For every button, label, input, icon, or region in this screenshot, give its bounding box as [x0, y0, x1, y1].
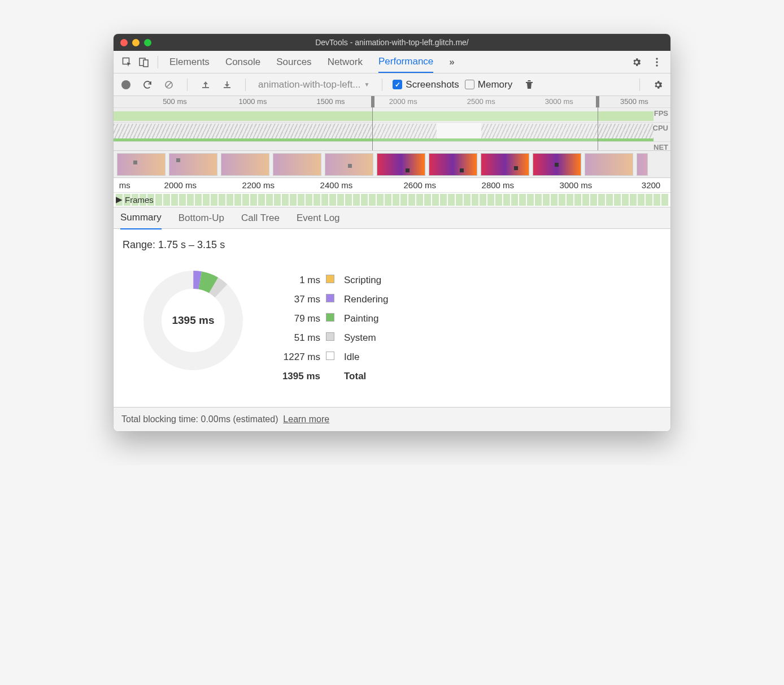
frames-label: Frames — [125, 195, 154, 205]
checkbox-unchecked-icon — [465, 80, 474, 89]
window-title: DevTools - animation-with-top-left.glitc… — [114, 38, 670, 47]
detail-tab-bottom-up[interactable]: Bottom-Up — [178, 207, 224, 229]
screenshots-label: Screenshots — [406, 79, 459, 90]
record-button[interactable] — [118, 77, 134, 93]
screenshot-thumb[interactable] — [377, 153, 425, 176]
titlebar[interactable]: DevTools - animation-with-top-left.glitc… — [114, 34, 670, 51]
capture-settings-gear-icon[interactable] — [650, 77, 666, 93]
tab-network[interactable]: Network — [328, 52, 363, 72]
disclosure-triangle-icon: ▶ — [116, 194, 123, 205]
tick-label: 3000 ms — [560, 180, 593, 190]
selection-handle-left[interactable] — [371, 96, 374, 107]
svg-point-5 — [656, 64, 657, 66]
blocking-time-footer: Total blocking time: 0.00ms (estimated) … — [114, 407, 670, 431]
devtools-main-tabs: Elements Console Sources Network Perform… — [114, 51, 670, 73]
tick-label: 1500 ms — [317, 97, 345, 106]
screenshot-thumb[interactable] — [273, 153, 321, 176]
legend-row-scripting: 1 ms Scripting — [281, 275, 388, 286]
traffic-lights — [120, 39, 151, 46]
window-minimize-button[interactable] — [132, 39, 140, 46]
screenshot-thumb[interactable] — [637, 153, 648, 176]
screenshot-thumb[interactable] — [533, 153, 581, 176]
screenshot-thumb[interactable] — [325, 153, 373, 176]
screenshot-thumb[interactable] — [481, 153, 529, 176]
save-profile-icon[interactable] — [219, 77, 235, 93]
net-lane-label: NET — [654, 143, 668, 151]
dropdown-triangle-icon: ▼ — [364, 81, 369, 88]
blocking-time-label: Total blocking time: — [121, 414, 201, 424]
tick-label: 500 ms — [163, 97, 187, 106]
tick-label: 3200 — [642, 180, 660, 190]
collect-garbage-icon[interactable] — [521, 77, 537, 93]
tab-performance[interactable]: Performance — [378, 51, 433, 73]
swatch-scripting — [326, 275, 334, 283]
screenshots-filmstrip[interactable] — [114, 151, 670, 178]
blocking-time-value: 0.00ms (estimated) — [201, 414, 278, 424]
detail-tabs: Summary Bottom-Up Call Tree Event Log — [114, 207, 670, 229]
memory-label: Memory — [478, 79, 512, 90]
tick-label: 2800 ms — [482, 180, 515, 190]
legend-row-total: 1395 ms Total — [281, 371, 388, 382]
tick-label: 2600 ms — [404, 180, 437, 190]
screenshot-thumb[interactable] — [585, 153, 633, 176]
tabs-overflow-button[interactable]: » — [449, 52, 454, 72]
load-profile-icon[interactable] — [198, 77, 214, 93]
detail-tab-event-log[interactable]: Event Log — [297, 207, 340, 229]
screenshot-thumb[interactable] — [117, 153, 165, 176]
devtools-window: DevTools - animation-with-top-left.glitc… — [114, 34, 670, 431]
screenshot-thumb[interactable] — [169, 153, 217, 176]
window-zoom-button[interactable] — [144, 39, 151, 46]
tick-label: 2400 ms — [320, 180, 353, 190]
summary-legend: 1 ms Scripting 37 ms Rendering 79 ms Pai… — [281, 267, 388, 390]
legend-row-idle: 1227 ms Idle — [281, 352, 388, 363]
separator — [158, 56, 158, 68]
legend-row-system: 51 ms System — [281, 332, 388, 344]
screenshot-thumb[interactable] — [429, 153, 477, 176]
separator — [382, 79, 382, 91]
frames-track[interactable]: ▶ Frames — [114, 193, 670, 207]
swatch-painting — [326, 313, 334, 322]
svg-rect-2 — [143, 60, 148, 67]
range-text: Range: 1.75 s – 3.15 s — [123, 239, 661, 251]
tick-label: 2200 ms — [242, 180, 275, 190]
learn-more-link[interactable]: Learn more — [283, 414, 329, 424]
frames-bars — [116, 194, 668, 206]
swatch-system — [326, 332, 334, 341]
detail-tab-call-tree[interactable]: Call Tree — [241, 207, 280, 229]
reload-record-button[interactable] — [140, 77, 155, 93]
cpu-lane-label: CPU — [653, 124, 668, 132]
screenshots-checkbox[interactable]: ✓ Screenshots — [393, 79, 459, 90]
main-tab-list: Elements Console Sources Network Perform… — [164, 51, 628, 73]
performance-toolbar: animation-with-top-left... ▼ ✓ Screensho… — [114, 73, 670, 96]
window-close-button[interactable] — [120, 39, 128, 46]
flame-ruler[interactable]: ms 2000 ms 2200 ms 2400 ms 2600 ms 2800 … — [114, 178, 670, 193]
separator — [187, 79, 188, 91]
fps-lane-label: FPS — [654, 109, 668, 118]
profile-select-label: animation-with-top-left... — [258, 79, 360, 90]
tick-label: 3500 ms — [620, 97, 648, 106]
selection-handle-right[interactable] — [596, 96, 599, 107]
settings-gear-icon[interactable] — [629, 54, 644, 70]
tick-label: 1000 ms — [239, 97, 267, 106]
clear-button[interactable] — [161, 77, 177, 93]
timeline-overview[interactable]: 500 ms 1000 ms 1500 ms 2000 ms 2500 ms 3… — [114, 96, 670, 151]
overview-selection[interactable] — [372, 96, 598, 150]
screenshot-thumb[interactable] — [221, 153, 269, 176]
separator — [245, 79, 246, 91]
tick-label: 2000 ms — [164, 180, 197, 190]
device-toolbar-icon[interactable] — [136, 54, 152, 70]
memory-checkbox[interactable]: Memory — [465, 79, 512, 90]
profile-select[interactable]: animation-with-top-left... ▼ — [256, 78, 372, 92]
kebab-menu-icon[interactable] — [649, 54, 665, 70]
frames-track-header[interactable]: ▶ Frames — [116, 194, 154, 205]
tab-elements[interactable]: Elements — [169, 52, 210, 72]
summary-panel: Range: 1.75 s – 3.15 s 1395 ms 1 ms Scri… — [114, 229, 670, 407]
inspect-element-icon[interactable] — [119, 54, 135, 70]
svg-point-4 — [656, 61, 657, 63]
tab-sources[interactable]: Sources — [276, 52, 311, 72]
ruler-left-stub: ms — [119, 180, 130, 190]
tab-console[interactable]: Console — [225, 52, 260, 72]
svg-point-3 — [656, 58, 657, 59]
detail-tab-summary[interactable]: Summary — [120, 207, 162, 229]
svg-line-7 — [167, 82, 172, 87]
